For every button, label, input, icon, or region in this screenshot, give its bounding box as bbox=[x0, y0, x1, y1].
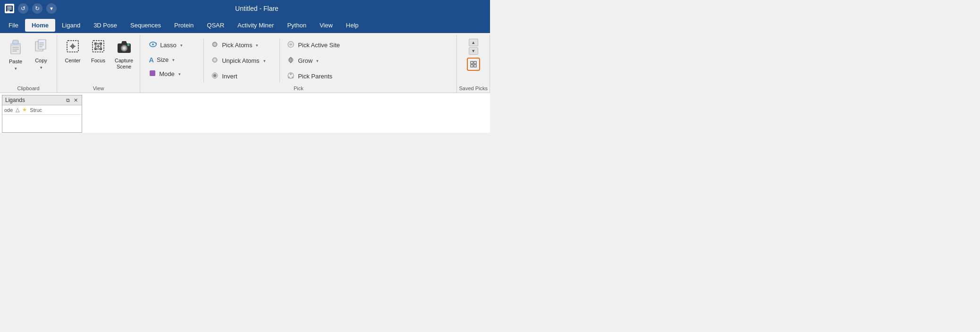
center-button[interactable]: Center bbox=[61, 37, 84, 66]
menu-bar: File Home Ligand 3D Pose Sequences Prote… bbox=[0, 17, 490, 33]
menu-protein[interactable]: Protein bbox=[168, 19, 200, 32]
invert-icon bbox=[211, 71, 219, 81]
ribbon: Paste ▾ Copy ▾ Clipboard bbox=[0, 33, 490, 93]
redo-button[interactable]: ↻ bbox=[32, 3, 42, 14]
lasso-arrow: ▾ bbox=[180, 43, 183, 48]
clipboard-group-label: Clipboard bbox=[4, 84, 53, 93]
svg-rect-3 bbox=[7, 10, 10, 11]
paste-button[interactable]: Paste ▾ bbox=[4, 37, 27, 73]
pick-lasso-col: Lasso ▾ A Size ▾ Mode ▾ bbox=[142, 37, 203, 85]
invert-button[interactable]: Invert bbox=[207, 69, 277, 84]
size-arrow: ▾ bbox=[172, 58, 175, 62]
pick-active-site-button[interactable]: Pick Active Site bbox=[283, 38, 362, 52]
ligands-close-button[interactable]: ✕ bbox=[73, 97, 79, 103]
camera-icon bbox=[116, 39, 133, 56]
svg-point-43 bbox=[288, 58, 293, 62]
clipboard-buttons: Paste ▾ Copy ▾ bbox=[4, 37, 53, 84]
center-icon bbox=[65, 39, 80, 56]
unpick-atoms-button[interactable]: Unpick Atoms ▾ bbox=[207, 53, 277, 68]
ligands-titlebar: Ligands ⧉ ✕ bbox=[2, 95, 82, 105]
ligands-restore-button[interactable]: ⧉ bbox=[65, 97, 71, 103]
menu-qsar[interactable]: QSAR bbox=[200, 19, 231, 32]
pick-parents-button[interactable]: Pick Parents bbox=[283, 69, 362, 84]
scroll-down-button[interactable]: ▼ bbox=[469, 47, 478, 55]
ribbon-group-view: Center Focus bbox=[57, 35, 140, 93]
unpick-atoms-icon bbox=[211, 56, 219, 66]
title-bar-left: ↺ ↻ ▾ bbox=[5, 3, 57, 14]
center-label: Center bbox=[65, 58, 80, 64]
pick-atoms-arrow: ▾ bbox=[256, 43, 258, 48]
ligands-panel-title: Ligands bbox=[5, 97, 25, 103]
ribbon-group-saved-picks: ▲ ▼ Saved Picks bbox=[457, 35, 490, 93]
grow-icon bbox=[287, 56, 295, 66]
view-group-label: View bbox=[61, 84, 136, 93]
view-buttons: Center Focus bbox=[61, 37, 136, 84]
focus-button[interactable]: Focus bbox=[86, 37, 110, 66]
menu-view[interactable]: View bbox=[313, 19, 339, 32]
pick-parents-label: Pick Parents bbox=[298, 73, 332, 80]
lasso-button[interactable]: Lasso ▾ bbox=[145, 38, 201, 52]
menu-sequences[interactable]: Sequences bbox=[124, 19, 168, 32]
paste-label: Paste bbox=[9, 59, 22, 65]
size-label: Size bbox=[157, 56, 169, 63]
menu-ligand[interactable]: Ligand bbox=[55, 19, 87, 32]
ligands-panel: Ligands ⧉ ✕ ode △ ★ Struc bbox=[2, 95, 82, 133]
svg-rect-49 bbox=[474, 61, 476, 64]
svg-rect-12 bbox=[39, 43, 44, 43]
col-star: ★ bbox=[22, 107, 27, 113]
pick-atoms-col: Pick Atoms ▾ Unpick Atoms ▾ bbox=[204, 37, 279, 85]
ligands-columns: ode △ ★ Struc bbox=[2, 105, 82, 115]
ribbon-group-clipboard: Paste ▾ Copy ▾ Clipboard bbox=[0, 35, 57, 93]
copy-arrow: ▾ bbox=[40, 65, 42, 70]
copy-icon bbox=[34, 39, 48, 56]
menu-3dpose[interactable]: 3D Pose bbox=[87, 19, 124, 32]
svg-rect-13 bbox=[39, 44, 44, 45]
svg-point-30 bbox=[123, 47, 126, 50]
undo-button[interactable]: ↺ bbox=[18, 3, 28, 14]
svg-point-39 bbox=[213, 59, 216, 61]
svg-point-34 bbox=[152, 43, 154, 45]
svg-point-32 bbox=[127, 44, 129, 46]
grow-label: Grow bbox=[298, 57, 313, 64]
app-icon bbox=[5, 4, 14, 13]
ligands-titlebar-buttons: ⧉ ✕ bbox=[65, 97, 79, 103]
title-dropdown-button[interactable]: ▾ bbox=[46, 3, 57, 14]
pick-atoms-icon bbox=[211, 40, 219, 50]
mode-label: Mode bbox=[159, 70, 175, 77]
window-title: Untitled - Flare bbox=[235, 5, 279, 12]
menu-file[interactable]: File bbox=[2, 19, 25, 32]
svg-point-47 bbox=[292, 77, 294, 78]
paste-arrow: ▾ bbox=[15, 66, 17, 71]
col-mode: ode bbox=[4, 107, 13, 113]
pick-active-site-label: Pick Active Site bbox=[298, 42, 340, 49]
capture-scene-label: Capture Scene bbox=[115, 58, 133, 70]
focus-icon bbox=[91, 39, 106, 56]
invert-label: Invert bbox=[222, 73, 237, 80]
copy-button[interactable]: Copy ▾ bbox=[29, 37, 53, 72]
col-struc: Struc bbox=[30, 107, 42, 113]
scroll-up-button[interactable]: ▲ bbox=[469, 39, 478, 46]
scroll-buttons: ▲ ▼ bbox=[465, 37, 482, 75]
svg-point-37 bbox=[213, 43, 216, 46]
menu-activity-miner[interactable]: Activity Miner bbox=[231, 19, 280, 32]
mode-arrow: ▾ bbox=[178, 72, 181, 77]
pick-content: Lasso ▾ A Size ▾ Mode ▾ bbox=[142, 37, 455, 85]
menu-help[interactable]: Help bbox=[339, 19, 365, 32]
mode-button[interactable]: Mode ▾ bbox=[145, 67, 201, 81]
copy-label: Copy bbox=[35, 58, 47, 64]
expand-saved-picks-button[interactable] bbox=[467, 58, 480, 71]
size-button[interactable]: A Size ▾ bbox=[145, 53, 201, 66]
svg-rect-9 bbox=[12, 51, 17, 51]
pick-atoms-button[interactable]: Pick Atoms ▾ bbox=[207, 38, 277, 52]
ribbon-group-pick: Lasso ▾ A Size ▾ Mode ▾ bbox=[140, 35, 457, 93]
svg-rect-51 bbox=[474, 65, 476, 67]
svg-point-46 bbox=[288, 77, 290, 78]
grow-button[interactable]: Grow ▾ bbox=[283, 53, 362, 68]
menu-python[interactable]: Python bbox=[280, 19, 313, 32]
svg-point-41 bbox=[213, 74, 216, 77]
pick-atoms-label: Pick Atoms bbox=[222, 42, 252, 49]
menu-home[interactable]: Home bbox=[25, 19, 55, 32]
capture-scene-button[interactable]: Capture Scene bbox=[112, 37, 136, 72]
svg-rect-2 bbox=[7, 9, 12, 9]
col-triangle: △ bbox=[16, 107, 19, 113]
